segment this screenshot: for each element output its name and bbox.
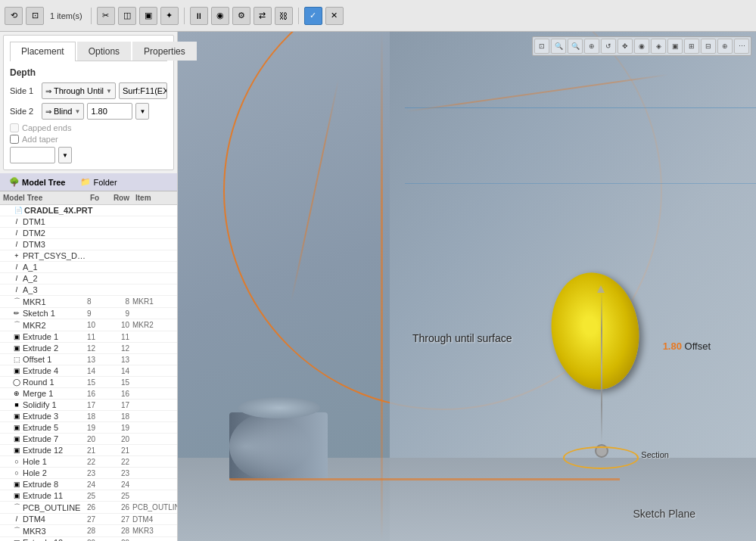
tree-item-fo: 16 xyxy=(87,390,110,398)
toolbar-icon-2[interactable]: ⊡ xyxy=(26,7,44,25)
tree-item-label: MKR1 xyxy=(132,297,177,306)
toolbar-close-btn[interactable]: ✕ xyxy=(325,7,344,25)
add-taper-checkbox[interactable] xyxy=(10,135,19,144)
side2-type-dropdown[interactable]: ⇒ Blind ▼ xyxy=(42,103,84,120)
col-name: Model Tree xyxy=(0,193,87,203)
side2-spin-btn[interactable]: ▼ xyxy=(135,103,149,120)
tree-item[interactable]: ✏Sketch 199 xyxy=(0,308,177,319)
tree-item[interactable]: ▣Extrude 82424 xyxy=(0,479,177,490)
taper-spin-btn[interactable]: ▼ xyxy=(58,147,72,163)
tree-item-row: 13 xyxy=(110,356,132,364)
tab-options[interactable]: Options xyxy=(77,42,131,61)
capped-ends-checkbox[interactable] xyxy=(10,123,19,132)
tree-item-icon: ⌒ xyxy=(11,297,23,306)
toolbar-check-btn[interactable]: ✓ xyxy=(304,7,322,25)
tree-item[interactable]: ▣Extrude 21212 xyxy=(0,343,177,354)
model-tree-label: Model Tree xyxy=(22,178,65,187)
tree-item[interactable]: ⌒MKR32828MKR3 xyxy=(0,525,177,537)
tree-item[interactable]: /DTM1 xyxy=(0,216,177,228)
toolbar-icon-6[interactable]: ✦ xyxy=(160,7,179,25)
section-ellipse xyxy=(563,446,639,469)
through-until-label: Through until surface xyxy=(412,332,512,344)
tab-model-tree[interactable]: 🌳 Model Tree xyxy=(5,176,70,188)
tree-item-icon: ○ xyxy=(11,469,23,477)
vp-btn-refit[interactable]: ⊕ xyxy=(584,39,599,54)
model-tree-section: 🌳 Model Tree 📁 Folder Model Tree Fo Row … xyxy=(0,173,177,541)
vp-btn-zoom-in[interactable]: 🔍 xyxy=(551,39,566,54)
toolbar-icon-4[interactable]: ◫ xyxy=(118,7,136,25)
tab-folder[interactable]: 📁 Folder xyxy=(76,176,121,188)
tree-item[interactable]: /A_1 xyxy=(0,262,177,273)
tree-item[interactable]: ▣Extrude 11111 xyxy=(0,331,177,343)
side1-surface-select[interactable]: Surf:F11(EXTRU... ▼ xyxy=(119,82,167,99)
tree-item[interactable]: ■Solidify 11717 xyxy=(0,400,177,411)
vp-btn-wireframe[interactable]: ◈ xyxy=(651,39,666,54)
tree-item[interactable]: ⌒PCB_OUTLINE2626PCB_OUTLINE xyxy=(0,502,177,514)
toolbar-clock-btn[interactable]: ◉ xyxy=(211,7,229,25)
tree-item[interactable]: /DTM42727DTM4 xyxy=(0,514,177,525)
tree-item[interactable]: ▣Extrude 41414 xyxy=(0,365,177,377)
vp-btn-rotate[interactable]: ↺ xyxy=(601,39,616,54)
tab-placement[interactable]: Placement xyxy=(10,42,76,61)
tree-item[interactable]: ○Hole 12222 xyxy=(0,456,177,468)
tree-item[interactable]: ▣Extrude 122121 xyxy=(0,445,177,456)
vp-btn-zoom-out[interactable]: 🔍 xyxy=(568,39,583,54)
tree-item[interactable]: ⌒MKR188MKR1 xyxy=(0,296,177,308)
toolbar-icon-1[interactable]: ⟲ xyxy=(5,7,23,25)
tree-item[interactable]: ▣Extrude 102929 xyxy=(0,537,177,541)
vp-btn-more[interactable]: ⋯ xyxy=(734,39,749,54)
toolbar-arrows-btn[interactable]: ⇄ xyxy=(254,7,272,25)
vp-btn-csys[interactable]: ⊕ xyxy=(717,39,733,54)
side2-value-input[interactable] xyxy=(87,103,132,120)
toolbar-icon-5[interactable]: ▣ xyxy=(139,7,157,25)
tab-properties[interactable]: Properties xyxy=(132,42,197,61)
side1-type-dropdown[interactable]: ⇒ Through Until ▼ xyxy=(42,82,116,99)
cylinder-highlight xyxy=(229,412,311,480)
tree-item-label: PCB_OUTLINE xyxy=(132,503,177,511)
tree-item-icon: / xyxy=(11,286,23,294)
tree-item[interactable]: /DTM2 xyxy=(0,228,177,239)
tree-item[interactable]: /DTM3 xyxy=(0,239,177,250)
col-row: Row xyxy=(110,193,132,203)
add-taper-row: Add taper xyxy=(10,135,167,144)
tree-item[interactable]: ○Hole 22323 xyxy=(0,468,177,479)
tree-item[interactable]: ▣Extrude 31818 xyxy=(0,411,177,422)
tree-item-fo: 12 xyxy=(87,344,110,353)
tree-item[interactable]: ⌒MKR21010MKR2 xyxy=(0,319,177,331)
side1-row: Side 1 ⇒ Through Until ▼ Surf:F11(EXTRU.… xyxy=(10,82,167,99)
vp-btn-hidden-line[interactable]: ▣ xyxy=(667,39,683,54)
tree-item-name: MKR3 xyxy=(23,527,87,536)
taper-value-input[interactable] xyxy=(10,147,55,163)
3d-viewport[interactable]: Section Through until surface 1.80 Offse… xyxy=(178,32,756,541)
tree-item-row: 21 xyxy=(110,446,132,455)
toolbar-link-btn[interactable]: ⛓ xyxy=(275,7,293,25)
vp-btn-axes[interactable]: ⊞ xyxy=(684,39,699,54)
side1-label: Side 1 xyxy=(10,86,39,95)
toolbar-settings-btn[interactable]: ⚙ xyxy=(232,7,250,25)
tree-item-fo: 19 xyxy=(87,424,110,432)
tree-item[interactable]: 📄CRADLE_4X.PRT xyxy=(0,205,177,216)
vp-btn-shading[interactable]: ◉ xyxy=(634,39,649,54)
toolbar-pause-btn[interactable]: ⏸ xyxy=(190,7,208,25)
tree-item[interactable]: ⬚Offset 11313 xyxy=(0,354,177,365)
tree-item[interactable]: /A_3 xyxy=(0,284,177,296)
tree-item-name: A_1 xyxy=(23,263,87,272)
tree-item-icon: ▣ xyxy=(11,367,23,375)
vp-btn-pan[interactable]: ✥ xyxy=(618,39,633,54)
tree-item-icon: ▣ xyxy=(11,435,23,443)
tree-item-name: Extrude 1 xyxy=(23,332,87,341)
tree-item[interactable]: ⊕Merge 11616 xyxy=(0,388,177,400)
tree-item-fo: 21 xyxy=(87,446,110,455)
tree-item-row: 14 xyxy=(110,367,132,375)
vp-btn-zoom-fit[interactable]: ⊡ xyxy=(534,39,549,54)
toolbar-icon-3[interactable]: ✂ xyxy=(97,7,115,25)
tree-item[interactable]: ▣Extrude 72020 xyxy=(0,434,177,445)
tree-item[interactable]: ◯Round 11515 xyxy=(0,377,177,388)
tree-item[interactable]: ▣Extrude 112525 xyxy=(0,490,177,502)
tree-item[interactable]: ▣Extrude 51919 xyxy=(0,422,177,434)
vp-btn-planes[interactable]: ⊟ xyxy=(701,39,716,54)
tree-content[interactable]: 📄CRADLE_4X.PRT/DTM1/DTM2/DTM3+PRT_CSYS_D… xyxy=(0,205,177,541)
tree-item[interactable]: +PRT_CSYS_DEF xyxy=(0,250,177,262)
tree-item-name: Extrude 11 xyxy=(23,491,87,500)
tree-item[interactable]: /A_2 xyxy=(0,273,177,284)
